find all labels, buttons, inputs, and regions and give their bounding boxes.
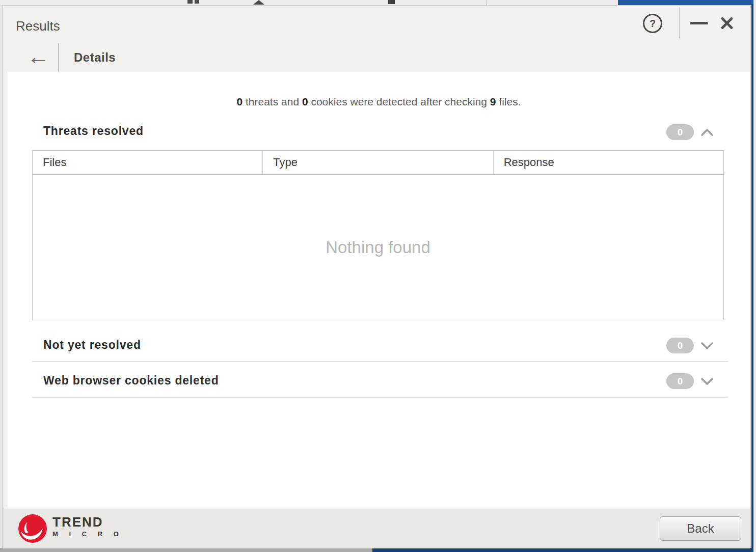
titlebar-divider: [679, 8, 680, 38]
occluded-window-divider: [487, 0, 487, 5]
files-count: 9: [490, 96, 496, 107]
chevron-down-icon[interactable]: [699, 376, 715, 387]
results-table: Files Type Response Nothing found: [32, 150, 724, 320]
summary-text: cookies were detected after checking: [308, 96, 490, 107]
back-arrow-icon[interactable]: ←: [25, 43, 51, 70]
occluded-window-fragment: [187, 0, 193, 4]
section-threats-resolved-label: Threats resolved: [43, 123, 144, 139]
section-not-yet-resolved-label: Not yet resolved: [43, 337, 141, 352]
trend-micro-logo-icon: [18, 514, 47, 543]
occluded-window-border: [751, 4, 753, 552]
back-button[interactable]: Back: [660, 516, 741, 541]
brand-wordmark: TREND M I C R O: [52, 515, 123, 538]
occluded-window-bottom-border: [372, 548, 753, 552]
column-header-files: Files: [33, 151, 263, 174]
badge-count: 0: [678, 127, 683, 138]
scan-summary: 0 threats and 0 cookies were detected af…: [8, 95, 750, 108]
section-divider: [32, 361, 728, 362]
occluded-window-blue-strip: [618, 0, 756, 5]
question-mark-glyph: ?: [650, 18, 656, 30]
close-icon[interactable]: [719, 15, 735, 31]
brand-line-trend: TREND: [52, 515, 123, 529]
minimize-icon[interactable]: [690, 21, 709, 26]
results-dialog: Results ? ← Details 0 threats and 0 cook…: [2, 5, 751, 548]
brand-line-micro: M I C R O: [52, 530, 123, 538]
column-header-type: Type: [263, 151, 493, 174]
threats-resolved-count-badge: 0: [666, 124, 694, 140]
nav-divider: [58, 43, 59, 74]
chevron-up-icon[interactable]: [699, 127, 715, 138]
window-title: Results: [16, 17, 60, 35]
cookies-deleted-count-badge: 0: [666, 373, 694, 389]
summary-text: files.: [496, 96, 521, 107]
chevron-down-icon[interactable]: [699, 340, 715, 351]
page-title: Details: [74, 50, 116, 65]
help-icon[interactable]: ?: [643, 14, 662, 33]
footer: TREND M I C R O Back: [3, 508, 750, 548]
column-header-response: Response: [494, 151, 723, 174]
badge-count: 0: [678, 376, 683, 387]
occluded-window-top: [0, 0, 756, 5]
summary-text: threats and: [242, 96, 302, 107]
table-body: Nothing found: [33, 175, 723, 320]
badge-count: 0: [678, 340, 683, 351]
table-header-row: Files Type Response: [33, 151, 723, 175]
occluded-window-fragment: [195, 0, 199, 4]
threats-count: 0: [236, 96, 242, 107]
content-panel: 0 threats and 0 cookies were detected af…: [8, 72, 750, 508]
occluded-window-right-edge: [753, 0, 756, 552]
empty-state-message: Nothing found: [326, 238, 430, 257]
window-bottom-border: [0, 548, 372, 552]
not-yet-resolved-count-badge: 0: [666, 338, 694, 353]
section-divider: [32, 397, 728, 398]
occluded-window-fragment: [253, 0, 264, 5]
occluded-window-fragment: [388, 0, 395, 4]
cookies-count: 0: [302, 96, 308, 107]
section-cookies-deleted-label: Web browser cookies deleted: [43, 373, 219, 388]
